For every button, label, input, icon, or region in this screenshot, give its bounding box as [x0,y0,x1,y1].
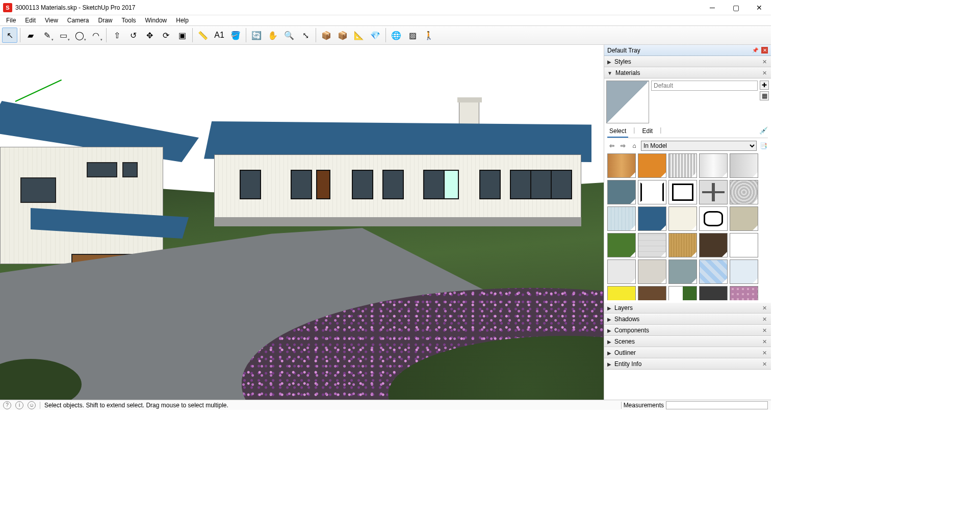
panel-close-icon[interactable]: ✕ [761,361,768,368]
tool-warehouse[interactable]: 📦 [319,28,334,43]
swatch-octa[interactable] [699,206,728,231]
nav-fwd-button[interactable]: ⇨ [618,141,628,150]
swatch-ornate[interactable] [730,180,758,204]
swatch-yellow[interactable] [607,286,636,300]
eyedropper-icon[interactable]: 💉 [759,126,768,138]
panel-close-icon[interactable]: ✕ [761,70,768,76]
tool-rotate[interactable]: ⟳ [158,28,173,43]
swatch-orange[interactable] [638,153,666,178]
tool-pan[interactable]: ✋ [265,28,280,43]
swatch-bluegrey[interactable] [607,180,636,204]
swatch-steel[interactable] [730,153,758,178]
swatch-wood[interactable] [607,153,636,178]
panel-entity-info-header[interactable]: ▶Entity Info✕ [604,358,771,370]
menu-draw[interactable]: Draw [94,16,117,25]
nav-back-button[interactable]: ⇦ [607,141,616,150]
tool-zoom-extents[interactable]: ⤡ [298,28,313,43]
tool-scale[interactable]: ▣ [174,28,190,43]
swatch-x[interactable] [638,180,666,204]
tool-person[interactable]: 🚶 [421,28,436,43]
panel-layers-header[interactable]: ▶Layers✕ [604,302,771,314]
tool-advanced[interactable]: 💎 [368,28,383,43]
tool-zoom[interactable]: 🔍 [281,28,297,43]
swatch-ice[interactable] [730,259,758,284]
menu-help[interactable]: Help [172,16,193,25]
swatch-dark[interactable] [699,233,728,257]
swatch-pebble[interactable] [730,286,758,300]
menu-camera[interactable]: Camera [63,16,93,25]
tool-rectangle[interactable]: ▭▾ [56,28,71,43]
swatch-grass2[interactable] [668,286,697,300]
swatch-ltblue[interactable] [607,206,636,231]
user-icon[interactable]: ☺ [28,401,36,409]
minimize-button[interactable]: ─ [701,0,724,15]
help-icon[interactable]: ? [3,401,11,409]
tool-orbit[interactable]: 🔄 [249,28,264,43]
tool-layout[interactable]: 📐 [351,28,367,43]
tab-edit[interactable]: Edit [640,126,655,138]
swatch-mulch[interactable] [638,286,666,300]
swatch-cream[interactable] [668,206,697,231]
swatch-grey[interactable] [607,259,636,284]
tool-offset[interactable]: ↺ [125,28,141,43]
panel-close-icon[interactable]: ✕ [761,327,768,334]
panel-styles-header[interactable]: ▶Styles✕ [604,56,771,67]
swatch-frame[interactable] [668,180,697,204]
menu-edit[interactable]: Edit [21,16,40,25]
swatch-glass[interactable] [699,259,728,284]
menu-file[interactable]: File [2,16,20,25]
tool-paint[interactable]: 🪣 [228,28,243,43]
material-name-field[interactable]: Default [651,81,758,91]
panel-close-icon[interactable]: ✕ [761,338,768,345]
material-preview[interactable] [606,81,649,123]
material-options-button[interactable]: ▦ [760,91,769,100]
model-viewport[interactable] [0,45,604,400]
panel-scenes-header[interactable]: ▶Scenes✕ [604,336,771,347]
swatch-roof[interactable] [638,206,666,231]
tray-close-button[interactable]: ✕ [761,47,768,54]
tool-tape[interactable]: 📏 [195,28,211,43]
panel-materials-header[interactable]: ▼ Materials ✕ [604,67,771,79]
tool-geo[interactable]: 🌐 [389,28,404,43]
swatch-tile[interactable] [638,233,666,257]
tab-select[interactable]: Select [607,126,628,138]
swatch-white[interactable] [730,233,758,257]
panel-close-icon[interactable]: ✕ [761,316,768,323]
swatch-grass[interactable] [607,233,636,257]
tool-ext-warehouse[interactable]: 📦 [335,28,350,43]
library-select[interactable]: In Model [641,141,757,151]
panel-components-header[interactable]: ▶Components✕ [604,325,771,336]
close-button[interactable]: ✕ [747,0,771,15]
library-menu-button[interactable]: 📑 [759,141,768,150]
nav-home-button[interactable]: ⌂ [630,141,639,150]
swatch-oak[interactable] [668,233,697,257]
panel-shadows-header[interactable]: ▶Shadows✕ [604,314,771,325]
menu-tools[interactable]: Tools [118,16,140,25]
swatch-darkgrey[interactable] [699,286,728,300]
swatch-plus[interactable] [699,180,728,204]
menu-view[interactable]: View [41,16,62,25]
menu-window[interactable]: Window [141,16,171,25]
panel-close-icon[interactable]: ✕ [761,305,768,311]
tool-eraser[interactable]: ▰ [23,28,38,43]
swatch-stripes[interactable] [668,153,697,178]
swatch-metal[interactable] [699,153,728,178]
measurements-input[interactable] [666,401,768,409]
info-icon[interactable]: i [15,401,23,409]
panel-outliner-header[interactable]: ▶Outliner✕ [604,347,771,358]
tool-shadow[interactable]: ▨ [405,28,420,43]
tray-header[interactable]: Default Tray 📌 ✕ [604,45,771,56]
tool-circle[interactable]: ◯▾ [72,28,87,43]
tool-arc[interactable]: ◠▾ [88,28,104,43]
maximize-button[interactable]: ▢ [724,0,747,15]
tool-pencil[interactable]: ✎▾ [39,28,55,43]
panel-close-icon[interactable]: ✕ [761,350,768,356]
create-material-button[interactable]: ✚ [760,81,769,90]
pin-icon[interactable]: 📌 [751,47,760,53]
swatch-noise[interactable] [638,259,666,284]
tool-select[interactable]: ↖ [2,28,17,43]
tool-pushpull[interactable]: ⇧ [109,28,124,43]
tool-text[interactable]: A1 [212,28,227,43]
tool-move[interactable]: ✥ [142,28,157,43]
swatch-stone[interactable] [730,206,758,231]
